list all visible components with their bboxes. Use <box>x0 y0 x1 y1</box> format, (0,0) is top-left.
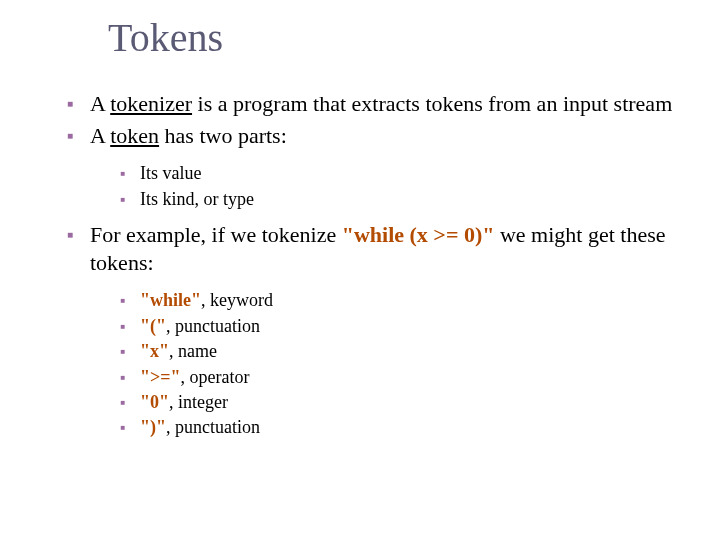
sub-bullet-text: "0", integer <box>140 391 690 414</box>
text-fragment: has two parts: <box>159 123 287 148</box>
sub-bullet-text: ">=", operator <box>140 366 690 389</box>
sub-bullet-item: ■ ")", punctuation <box>106 416 690 439</box>
sub-bullet-item: ■ Its kind, or type <box>106 188 690 211</box>
sub-bullet-item: ■ ">=", operator <box>106 366 690 389</box>
sub-bullet-item: ■ "x", name <box>106 340 690 363</box>
code-fragment: "while (x >= 0)" <box>342 222 495 247</box>
sub-bullet-text: "x", name <box>140 340 690 363</box>
underlined-term: tokenizer <box>110 91 192 116</box>
bullet-item: ■ A tokenizer is a program that extracts… <box>50 90 690 118</box>
code-fragment: "while" <box>140 290 201 310</box>
sub-bullet-item: ■ "while", keyword <box>106 289 690 312</box>
square-bullet-icon: ■ <box>106 162 140 179</box>
square-bullet-icon: ■ <box>106 416 140 433</box>
square-bullet-icon: ■ <box>106 188 140 205</box>
text-fragment: A <box>90 91 110 116</box>
square-bullet-icon: ■ <box>50 122 90 143</box>
underlined-term: token <box>110 123 159 148</box>
text-fragment: , operator <box>181 367 250 387</box>
code-fragment: ">=" <box>140 367 181 387</box>
square-bullet-icon: ■ <box>106 366 140 383</box>
text-fragment: is a program that extracts tokens from a… <box>192 91 672 116</box>
sub-bullet-text: "(", punctuation <box>140 315 690 338</box>
text-fragment: , punctuation <box>166 417 260 437</box>
sub-bullet-item: ■ "(", punctuation <box>106 315 690 338</box>
sub-bullet-text: Its value <box>140 162 690 185</box>
sub-bullet-item: ■ Its value <box>106 162 690 185</box>
square-bullet-icon: ■ <box>106 340 140 357</box>
sub-bullet-text: ")", punctuation <box>140 416 690 439</box>
text-fragment: A <box>90 123 110 148</box>
sub-bullet-text: "while", keyword <box>140 289 690 312</box>
sub-bullet-text: Its kind, or type <box>140 188 690 211</box>
text-fragment: , keyword <box>201 290 273 310</box>
sub-bullet-item: ■ "0", integer <box>106 391 690 414</box>
slide-title: Tokens <box>108 14 223 61</box>
square-bullet-icon: ■ <box>106 315 140 332</box>
code-fragment: "x" <box>140 341 169 361</box>
code-fragment: "(" <box>140 316 166 336</box>
square-bullet-icon: ■ <box>106 289 140 306</box>
bullet-text: A tokenizer is a program that extracts t… <box>90 90 690 118</box>
code-fragment: "0" <box>140 392 169 412</box>
square-bullet-icon: ■ <box>106 391 140 408</box>
square-bullet-icon: ■ <box>50 221 90 242</box>
text-fragment: , name <box>169 341 217 361</box>
code-fragment: ")" <box>140 417 166 437</box>
bullet-text: For example, if we tokenize "while (x >=… <box>90 221 690 277</box>
slide: Tokens ■ A tokenizer is a program that e… <box>0 0 720 540</box>
bullet-item: ■ A token has two parts: <box>50 122 690 150</box>
text-fragment: For example, if we tokenize <box>90 222 342 247</box>
slide-body: ■ A tokenizer is a program that extracts… <box>50 90 690 442</box>
text-fragment: , integer <box>169 392 228 412</box>
text-fragment: , punctuation <box>166 316 260 336</box>
square-bullet-icon: ■ <box>50 90 90 111</box>
bullet-item: ■ For example, if we tokenize "while (x … <box>50 221 690 277</box>
bullet-text: A token has two parts: <box>90 122 690 150</box>
